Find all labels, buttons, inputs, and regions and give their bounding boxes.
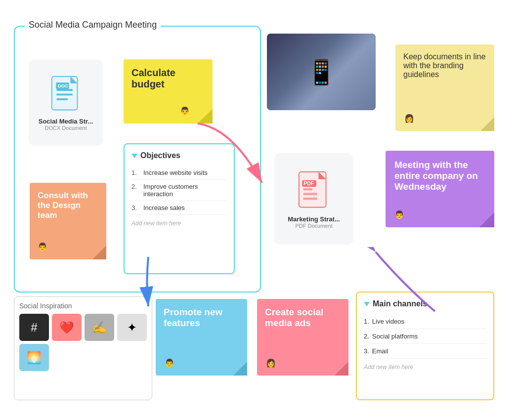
svg-text:PDF: PDF — [303, 181, 314, 186]
svg-rect-9 — [303, 193, 317, 195]
doc-subtitle: DOCX Document — [45, 125, 87, 131]
svg-rect-2 — [56, 89, 73, 91]
doc-card[interactable]: DOC Social Media Str... DOCX Document — [29, 59, 103, 146]
social-thumb-star: ✦ — [117, 314, 147, 341]
sticky-budget-text: Calculate budget — [131, 67, 175, 89]
objective-item-3: 3. Increase sales — [131, 201, 227, 215]
objectives-add-new[interactable]: Add new item here — [131, 220, 227, 227]
doc-icon: DOC — [48, 74, 83, 114]
pdf-title: Marketing Strat... — [288, 215, 340, 223]
social-grid: # ❤️ ✍️ ✦ 🌅 — [19, 314, 147, 371]
ch-num-2: 2. — [364, 333, 369, 340]
sticky-consult-text: Consult with the Design team — [38, 191, 88, 220]
sticky-docs-text: Keep documents in line with the branding… — [403, 52, 485, 79]
budget-avatar: 👨 — [177, 103, 193, 119]
arrow-red — [193, 119, 292, 198]
canvas: Social Media Campaign Meeting DOC Social… — [0, 0, 519, 420]
svg-rect-11 — [303, 188, 312, 190]
objectives-title: Objectives — [140, 151, 180, 160]
channel-item-1: 1. Live videos — [364, 314, 486, 329]
sticky-budget[interactable]: Calculate budget 👨 — [124, 59, 213, 124]
photo-card — [267, 34, 376, 110]
consult-avatar: 👨 — [35, 239, 50, 254]
obj-text-3: Increase sales — [143, 204, 185, 211]
arrow-purple — [366, 247, 445, 316]
channel-item-3: 3. Email — [364, 344, 486, 359]
ch-num-1: 1. — [364, 318, 369, 325]
pdf-subtitle: PDF Document — [295, 223, 332, 229]
sticky-social-ads[interactable]: Create social media ads 👩 — [257, 299, 348, 376]
meeting-avatar: 👨 — [391, 207, 407, 222]
social-thumb-heart: ❤️ — [52, 314, 82, 341]
channels-list: 1. Live videos 2. Social platforms 3. Em… — [364, 314, 486, 359]
sticky-meeting-text: Meeting with the entire company on Wedne… — [394, 160, 478, 192]
channels-add-new[interactable]: Add new item here — [364, 364, 486, 371]
social-thumb-sunset: 🌅 — [19, 344, 49, 371]
social-thumb-write: ✍️ — [85, 314, 114, 341]
social-thumb-hash: # — [19, 314, 49, 341]
docs-avatar: 👩 — [401, 110, 417, 126]
sticky-social-ads-text: Create social media ads — [265, 307, 323, 328]
objectives-toggle-icon[interactable] — [131, 154, 137, 158]
ch-text-2: Social platforms — [372, 333, 418, 340]
ch-text-1: Live videos — [372, 318, 404, 325]
channel-item-2: 2. Social platforms — [364, 329, 486, 344]
ch-num-3: 3. — [364, 347, 369, 355]
obj-num-1: 1. — [131, 169, 140, 176]
obj-num-2: 2. — [131, 183, 140, 198]
svg-rect-10 — [303, 197, 317, 200]
arrow-blue — [119, 252, 178, 311]
sticky-docs[interactable]: Keep documents in line with the branding… — [395, 44, 494, 131]
svg-rect-3 — [56, 94, 73, 96]
svg-rect-4 — [56, 98, 68, 100]
svg-text:DOC: DOC — [58, 83, 68, 88]
obj-num-3: 3. — [131, 204, 140, 211]
social-ads-avatar: 👩 — [263, 355, 279, 371]
doc-title: Social Media Str... — [39, 118, 93, 125]
sticky-consult[interactable]: Consult with the Design team 👨 — [30, 183, 106, 259]
pdf-icon: PDF — [296, 169, 333, 211]
social-inspiration-frame: Social Inspiration # ❤️ ✍️ ✦ 🌅 — [14, 296, 152, 400]
photo-placeholder — [267, 34, 376, 110]
sticky-meeting[interactable]: Meeting with the entire company on Wedne… — [386, 151, 494, 227]
ch-text-3: Email — [372, 347, 389, 355]
promote-avatar: 👨 — [162, 355, 177, 371]
meeting-frame-title: Social Media Campaign Meeting — [25, 20, 161, 30]
